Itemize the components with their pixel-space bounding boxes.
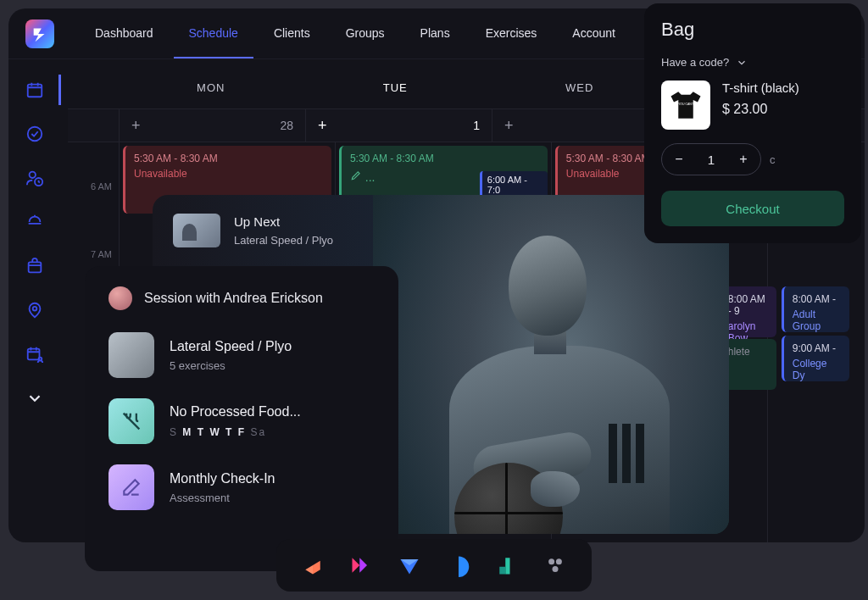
dock-app-4-icon[interactable]	[447, 553, 470, 577]
event-group[interactable]: 8:00 AM - Adult Group	[782, 286, 849, 332]
package-icon[interactable]	[23, 254, 47, 278]
svg-text:YOU CANT: YOU CANT	[678, 103, 694, 106]
svg-rect-0	[28, 85, 42, 97]
product-price: $ 23.00	[722, 102, 799, 117]
product-image: YOU CANT	[661, 81, 710, 130]
nav-dashboard[interactable]: Dashboard	[80, 9, 169, 58]
nutrition-tile	[108, 398, 154, 444]
client-clock-icon[interactable]	[23, 166, 47, 190]
assessment-tile	[108, 464, 154, 510]
edit-icon	[120, 476, 142, 498]
checkout-button[interactable]: Checkout	[661, 191, 844, 226]
qty-decrease[interactable]: −	[662, 144, 696, 175]
location-icon[interactable]	[23, 298, 47, 322]
svg-point-1	[28, 127, 42, 142]
up-next-sub: Lateral Speed / Plyo	[234, 234, 333, 247]
nav-account[interactable]: Account	[557, 9, 631, 58]
nav-plans[interactable]: Plans	[405, 9, 465, 58]
date-cell-tue[interactable]: + 1	[305, 109, 492, 142]
svg-point-2	[30, 172, 36, 178]
tshirt-icon: YOU CANT	[668, 87, 704, 123]
avatar[interactable]	[108, 286, 132, 310]
svg-rect-9	[505, 558, 509, 574]
svg-point-12	[556, 558, 562, 564]
dock-app-2-icon[interactable]	[349, 553, 373, 577]
up-next-heading: Up Next	[234, 214, 333, 229]
app-dock	[276, 539, 592, 592]
bag-item[interactable]: YOU CANT T-shirt (black) $ 23.00	[661, 81, 844, 130]
dock-app-5-icon[interactable]	[495, 553, 519, 577]
dock-app-3-icon[interactable]	[398, 553, 421, 577]
chevron-down-icon	[736, 57, 748, 69]
event-group[interactable]: 9:00 AM - College Dy	[782, 336, 849, 381]
app-logo[interactable]	[25, 19, 54, 48]
days-of-week: S M T W T F Sa	[170, 426, 301, 438]
svg-point-5	[33, 307, 37, 311]
nav-groups[interactable]: Groups	[331, 9, 400, 58]
svg-rect-10	[499, 567, 505, 575]
check-circle-icon[interactable]	[23, 122, 47, 146]
dock-app-6-icon[interactable]	[543, 553, 567, 577]
qty-increase[interactable]: +	[726, 144, 760, 175]
pencil-icon	[350, 169, 362, 181]
bell-icon[interactable]	[23, 210, 47, 234]
dock-app-1-icon[interactable]	[301, 553, 325, 577]
plus-icon[interactable]: +	[131, 117, 141, 135]
bag-title: Bag	[661, 19, 844, 41]
svg-point-11	[548, 558, 554, 564]
sidebar	[8, 68, 61, 410]
day-head-mon: MON	[119, 68, 303, 108]
promo-code-toggle[interactable]: Have a code?	[661, 56, 844, 69]
product-name: T-shirt (black)	[722, 81, 799, 95]
svg-point-13	[552, 566, 558, 572]
session-title: Session with Andrea Erickson	[144, 291, 323, 306]
date-cell-mon[interactable]: + 28	[119, 109, 305, 142]
day-head-tue: TUE	[303, 68, 488, 108]
quantity-stepper: − 1 +	[661, 143, 761, 175]
nav-exercises[interactable]: Exercises	[470, 9, 553, 58]
nav-schedule[interactable]: Schedule	[174, 9, 253, 58]
session-item[interactable]: No Processed Food... S M T W T F Sa	[108, 398, 375, 444]
calendar-user-icon[interactable]	[23, 342, 47, 366]
session-item[interactable]: Lateral Speed / Plyo 5 exercises	[108, 332, 375, 378]
nav-clients[interactable]: Clients	[259, 9, 326, 58]
unit-label: c	[770, 153, 776, 166]
session-item[interactable]: Monthly Check-In Assessment	[108, 464, 375, 510]
plus-icon[interactable]: +	[318, 117, 327, 135]
bag-panel: Bag Have a code? YOU CANT T-shirt (black…	[644, 3, 861, 243]
workout-tile	[108, 332, 154, 378]
svg-rect-6	[28, 349, 40, 360]
workout-thumbnail[interactable]	[173, 214, 220, 247]
svg-rect-4	[29, 262, 42, 272]
session-panel: Session with Andrea Erickson Lateral Spe…	[85, 266, 398, 571]
qty-value: 1	[696, 153, 726, 167]
chevron-down-icon[interactable]	[23, 386, 47, 410]
time-label-6am: 6 AM	[68, 176, 119, 244]
athlete-photo	[373, 195, 729, 534]
utensils-icon	[120, 409, 143, 433]
plus-icon[interactable]: +	[504, 117, 514, 135]
calendar-icon[interactable]	[23, 78, 47, 102]
